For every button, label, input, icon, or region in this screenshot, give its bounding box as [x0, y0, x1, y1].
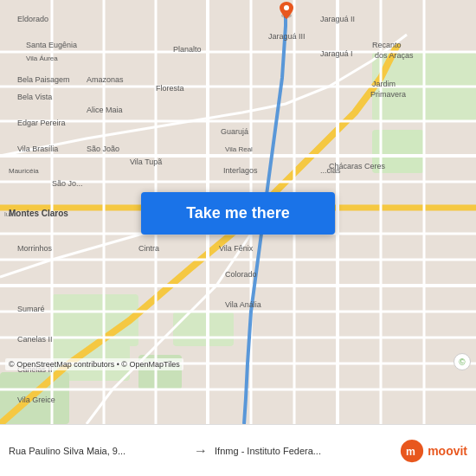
svg-text:Morrinhos: Morrinhos — [17, 244, 53, 253]
take-me-there-button[interactable]: Take me there — [141, 192, 335, 235]
svg-text:Planalto: Planalto — [173, 45, 202, 54]
svg-text:Cintra: Cintra — [138, 244, 159, 253]
svg-text:Mauricéia: Mauricéia — [9, 167, 39, 175]
svg-text:Floresta: Floresta — [156, 84, 184, 93]
svg-text:São João: São João — [87, 145, 119, 153]
svg-text:Vila Greice: Vila Greice — [17, 396, 55, 404]
svg-text:Vila Brasília: Vila Brasília — [17, 145, 58, 153]
svg-text:...cias: ...cias — [320, 166, 341, 175]
svg-text:Colorado: Colorado — [225, 270, 257, 279]
svg-text:m: m — [406, 446, 415, 458]
svg-text:Vila Fênix: Vila Fênix — [219, 244, 254, 253]
svg-text:Jardim: Jardim — [372, 80, 396, 88]
svg-text:luna: luna — [4, 210, 18, 218]
svg-text:Vila Tupã: Vila Tupã — [130, 158, 162, 166]
svg-text:Canelas II: Canelas II — [17, 335, 53, 344]
svg-text:Vila Anália: Vila Anália — [225, 300, 261, 309]
openstreetmap-logo: © — [453, 353, 471, 370]
moovit-icon-svg: m — [400, 439, 424, 463]
svg-text:Vila Áurea: Vila Áurea — [26, 55, 58, 62]
svg-text:Bela Paisagem: Bela Paisagem — [17, 75, 70, 84]
button-label: Take me there — [186, 204, 290, 222]
svg-text:Santa Eugênia: Santa Eugênia — [26, 41, 77, 49]
bottom-bar: Rua Paulino Silva Maia, 9... → Ifnmg - I… — [0, 424, 476, 476]
moovit-brand-label: moovit — [428, 444, 467, 458]
svg-text:Jaraguá I: Jaraguá I — [320, 49, 353, 58]
svg-text:Bela Vista: Bela Vista — [17, 93, 52, 101]
moovit-logo: m moovit — [400, 439, 467, 463]
svg-text:Jaraguá II: Jaraguá II — [320, 15, 355, 23]
map-attribution: © OpenStreetMap contributors • © OpenMap… — [5, 358, 183, 370]
direction-arrow-icon: → — [194, 443, 208, 459]
from-location-text: Rua Paulino Silva Maia, 9... — [9, 446, 187, 456]
svg-text:Edgar Pereira: Edgar Pereira — [17, 119, 66, 127]
svg-text:Vila Real: Vila Real — [225, 145, 253, 153]
svg-text:São Jo...: São Jo... — [52, 179, 83, 188]
svg-text:Sumaré: Sumaré — [17, 305, 45, 313]
map-container: Eldorado Santa Eugênia Vila Áurea Bela P… — [0, 0, 476, 424]
svg-text:Montes Claros: Montes Claros — [9, 209, 68, 218]
svg-text:Jaraguá III: Jaraguá III — [268, 32, 306, 41]
svg-rect-4 — [173, 312, 234, 346]
svg-text:Primavera: Primavera — [370, 90, 406, 99]
svg-text:Alice Maia: Alice Maia — [87, 106, 123, 114]
svg-text:Interlagos: Interlagos — [223, 166, 258, 175]
svg-point-69 — [284, 5, 289, 10]
svg-text:Eldorado: Eldorado — [17, 15, 48, 23]
svg-text:Amazonas: Amazonas — [87, 75, 124, 84]
svg-text:dos Araças: dos Araças — [375, 51, 414, 60]
svg-text:Recanto: Recanto — [372, 41, 402, 49]
svg-text:Guarujá: Guarujá — [221, 127, 248, 136]
to-location-text: Ifnmg - Instituto Federa... — [215, 446, 393, 456]
attribution-text: © OpenStreetMap contributors • © OpenMap… — [9, 360, 180, 369]
